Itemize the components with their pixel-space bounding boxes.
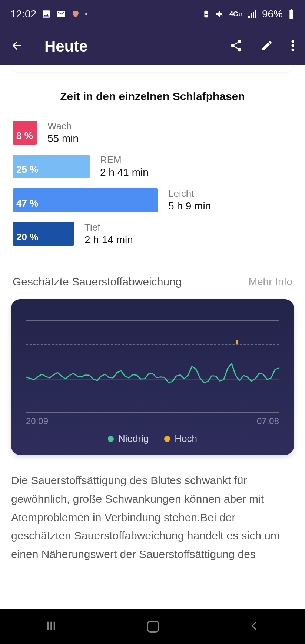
- sleep-phase-label-group: REM2 h 41 min: [100, 154, 149, 178]
- oxygen-time-start: 20:09: [26, 416, 48, 426]
- notification-dot-icon: [85, 13, 87, 15]
- battery-icon: [288, 9, 295, 19]
- sleep-phase-bar: 8 %: [13, 121, 37, 145]
- sleep-phase-name: Leicht: [168, 188, 211, 199]
- sleep-phase-bar: 47 %: [13, 188, 158, 212]
- heart-icon: [71, 10, 80, 19]
- legend-high-dot-icon: [164, 436, 170, 442]
- sleep-phase-percent: 25 %: [16, 164, 38, 175]
- oxygen-more-info-link[interactable]: Mehr Info: [249, 276, 292, 288]
- sleep-phase-row: 20 %Tief2 h 14 min: [13, 222, 292, 246]
- sleep-phase-row: 8 %Wach55 min: [13, 120, 292, 145]
- svg-point-2: [291, 49, 294, 51]
- sleep-phases-chart: 8 %Wach55 min25 %REM2 h 41 min47 %Leicht…: [13, 120, 292, 246]
- sleep-phase-label-group: Leicht5 h 9 min: [168, 188, 211, 212]
- oxygen-variation-chart: [26, 320, 279, 413]
- oxygen-variation-card: 20:09 07:08 Niedrig Hoch: [11, 299, 294, 455]
- sleep-phase-label-group: Tief2 h 14 min: [84, 222, 133, 246]
- sleep-phase-bar: 25 %: [13, 155, 90, 178]
- battery-saver-icon: [202, 10, 210, 19]
- sleep-phases-title: Zeit in den einzelnen Schlafphasen: [0, 90, 305, 103]
- sleep-phase-percent: 8 %: [16, 130, 33, 142]
- back-button[interactable]: [10, 39, 28, 53]
- network-type: 4G ↓↑: [229, 11, 242, 17]
- sleep-phase-name: Wach: [47, 120, 79, 132]
- mute-icon: [215, 10, 224, 19]
- image-icon: [42, 9, 51, 19]
- battery-percent: 96%: [262, 8, 283, 20]
- sleep-phase-duration: 5 h 9 min: [168, 200, 211, 212]
- sleep-phase-duration: 2 h 41 min: [100, 166, 149, 178]
- svg-point-1: [291, 44, 294, 47]
- edit-button[interactable]: [261, 39, 273, 53]
- oxygen-section-heading: Geschätzte Sauerstoffabweichung: [13, 275, 182, 288]
- overflow-menu-button[interactable]: [291, 39, 295, 53]
- sleep-phase-duration: 2 h 14 min: [84, 234, 133, 246]
- sleep-phase-label-group: Wach55 min: [47, 120, 79, 145]
- sleep-phase-name: Tief: [84, 222, 133, 233]
- recents-button[interactable]: [45, 620, 57, 634]
- status-time: 12:02: [10, 8, 36, 20]
- network-label: 4G: [229, 11, 238, 17]
- svg-point-0: [291, 40, 294, 43]
- sleep-phase-percent: 47 %: [16, 198, 38, 209]
- android-nav-bar: [0, 609, 305, 644]
- sleep-phase-name: REM: [100, 154, 149, 166]
- page-title: Heute: [44, 37, 229, 55]
- home-button[interactable]: [147, 621, 159, 633]
- app-bar: Heute: [0, 28, 305, 65]
- previous-card-edge: [13, 65, 292, 72]
- android-back-button[interactable]: [249, 620, 260, 633]
- legend-low-label: Niedrig: [118, 433, 149, 445]
- oxygen-time-end: 07:08: [257, 416, 279, 426]
- legend-low-dot-icon: [108, 436, 114, 442]
- legend-high: Hoch: [164, 433, 197, 445]
- share-button[interactable]: [229, 39, 243, 54]
- legend-high-label: Hoch: [175, 433, 197, 445]
- signal-icon: [247, 10, 257, 19]
- oxygen-description: Die Sauerstoffsättigung des Blutes schwa…: [11, 471, 294, 564]
- sleep-phase-bar: 20 %: [13, 222, 74, 246]
- mail-icon: [56, 9, 66, 19]
- sleep-phase-row: 47 %Leicht5 h 9 min: [13, 188, 292, 212]
- legend-low: Niedrig: [108, 433, 149, 445]
- sleep-phase-row: 25 %REM2 h 41 min: [13, 154, 292, 178]
- sleep-phase-duration: 55 min: [47, 133, 79, 145]
- android-status-bar: 12:02 4G ↓↑ 96%: [0, 0, 305, 28]
- sleep-phase-percent: 20 %: [16, 231, 38, 243]
